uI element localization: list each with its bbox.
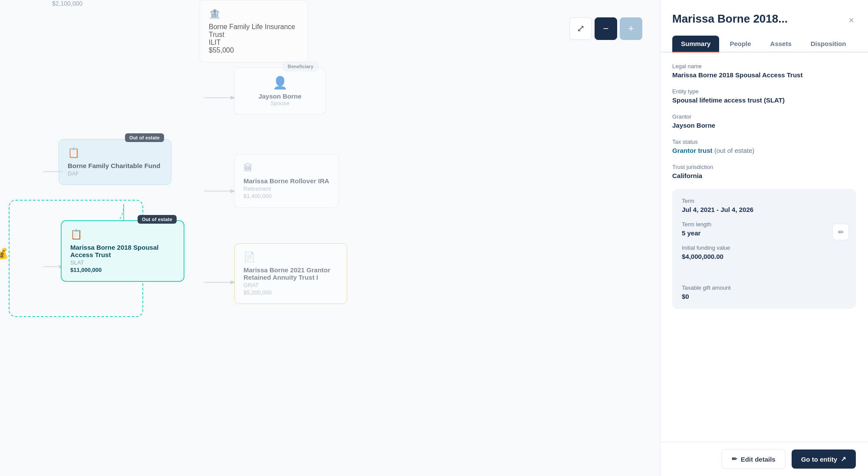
term-length-value: 5 year	[682, 229, 846, 237]
grat-title: Marissa Borne 2021 Grantor Retained Annu…	[243, 266, 338, 281]
charitable-badge: Out of estate	[125, 133, 164, 142]
tax-status-label: Tax status	[672, 139, 856, 145]
trust-subtitle: ILIT	[209, 39, 299, 46]
legal-name-value: Marissa Borne 2018 Spousal Access Trust	[672, 71, 856, 79]
taxable-gift-field: Taxable gift amount $0	[682, 284, 846, 300]
go-entity-label: Go to entity	[801, 456, 837, 463]
trust-icon: 🏦	[209, 8, 299, 20]
grantor-field: Grantor Jayson Borne	[672, 113, 856, 129]
rollover-ira-card[interactable]: 🏛 Marissa Borne Rollover IRA Retirement …	[234, 154, 339, 208]
entity-type-label: Entity type	[672, 88, 856, 95]
zoom-out-button[interactable]: −	[595, 17, 617, 40]
panel-tabs: Summary People Assets Disposition	[660, 28, 868, 53]
term-box: Term Jul 4, 2021 - Jul 4, 2026 Term leng…	[672, 189, 856, 309]
trust-title: Borne Family Life Insurance Trust	[209, 23, 299, 39]
charitable-icon: 📋	[68, 147, 162, 159]
slat-badge: Out of estate	[138, 215, 177, 224]
tax-status-field: Tax status Grantor trust (out of estate)	[672, 139, 856, 154]
tab-people[interactable]: People	[721, 36, 760, 52]
initial-funding-field: Initial funding value $4,000,000.00	[682, 245, 846, 260]
zoom-controls: ⤢ − +	[569, 17, 642, 40]
term-label: Term	[682, 198, 846, 204]
go-to-entity-button[interactable]: Go to entity ↗	[792, 450, 856, 469]
tax-status-suffix: (out of estate)	[713, 147, 755, 154]
tax-status-value: Grantor trust (out of estate)	[672, 147, 856, 154]
jurisdiction-value: California	[672, 172, 856, 179]
charitable-fund-card[interactable]: Out of estate 📋 Borne Family Charitable …	[59, 139, 171, 185]
term-length-field: Term length 5 year	[682, 221, 846, 237]
slat-subtitle: SLAT	[70, 259, 175, 266]
slat-title: Marissa Borne 2018 Spousal Access Trust	[70, 244, 175, 258]
grantor-value: Jayson Borne	[672, 122, 856, 129]
beneficiary-badge: Beneficiary	[283, 62, 318, 71]
ira-title: Marissa Borne Rollover IRA	[243, 177, 329, 185]
close-button[interactable]: ×	[847, 13, 856, 28]
legal-name-field: Legal name Marissa Borne 2018 Spousal Ac…	[672, 63, 856, 79]
grantor-label: Grantor	[672, 113, 856, 120]
edit-details-label: Edit details	[741, 456, 776, 463]
jayson-borne-card[interactable]: Beneficiary 👤 Jayson Borne Spouse	[234, 67, 326, 115]
person-icon: 👤	[245, 76, 315, 90]
fit-zoom-button[interactable]: ⤢	[569, 17, 592, 40]
jurisdiction-label: Trust jurisdiction	[672, 164, 856, 170]
tab-summary[interactable]: Summary	[672, 36, 719, 52]
canvas-area: $2,100,000 ⤢ − + 🏦 Borne Family Life Ins…	[0, 0, 660, 476]
fit-icon: ⤢	[577, 23, 585, 34]
term-field: Term Jul 4, 2021 - Jul 4, 2026	[682, 198, 846, 213]
marissa-slat-card[interactable]: Out of estate 📋 Marissa Borne 2018 Spous…	[61, 220, 184, 282]
entity-type-value: Spousal lifetime access trust (SLAT)	[672, 96, 856, 104]
grat-value: $5,200,000	[243, 289, 338, 296]
ira-value: $1,400,000	[243, 193, 329, 199]
grat-icon: 📄	[243, 251, 338, 263]
life-insurance-trust-card[interactable]: 🏦 Borne Family Life Insurance Trust ILIT…	[200, 0, 308, 63]
external-link-icon: ↗	[841, 455, 846, 463]
zoom-in-button[interactable]: +	[620, 17, 642, 40]
initial-funding-label: Initial funding value	[682, 245, 846, 251]
person-name: Jayson Borne	[245, 93, 315, 100]
panel-header: Marissa Borne 2018... ×	[660, 0, 868, 28]
ira-subtitle: Retirement	[243, 185, 329, 192]
edit-funding-button[interactable]: ✏	[832, 224, 849, 240]
term-length-label: Term length	[682, 221, 846, 228]
jurisdiction-field: Trust jurisdiction California	[672, 164, 856, 179]
panel-footer: ✏ Edit details Go to entity ↗	[660, 442, 868, 476]
slat-value: $11,000,000	[70, 267, 175, 273]
plus-icon: +	[628, 23, 634, 34]
edit-details-button[interactable]: ✏ Edit details	[722, 449, 786, 469]
edit-funding-icon: ✏	[838, 228, 844, 236]
taxable-gift-value: $0	[682, 293, 846, 300]
legal-name-label: Legal name	[672, 63, 856, 69]
initial-funding-value: $4,000,000.00	[682, 253, 846, 260]
minus-icon: −	[603, 23, 609, 34]
wallet-icon: 💰	[0, 248, 9, 260]
entity-type-field: Entity type Spousal lifetime access trus…	[672, 88, 856, 104]
amount-top: $2,100,000	[52, 0, 82, 7]
slat-icon: 📋	[70, 229, 175, 240]
taxable-gift-label: Taxable gift amount	[682, 284, 846, 291]
edit-details-icon: ✏	[732, 455, 737, 463]
grat-card[interactable]: 📄 Marissa Borne 2021 Grantor Retained An…	[234, 243, 347, 304]
charitable-title: Borne Family Charitable Fund	[68, 162, 162, 169]
grat-subtitle: GRAT	[243, 282, 338, 288]
trust-value: $55,000	[209, 46, 299, 54]
panel-title: Marissa Borne 2018...	[672, 12, 788, 26]
tab-disposition[interactable]: Disposition	[802, 36, 855, 52]
person-role: Spouse	[245, 100, 315, 106]
right-panel: Marissa Borne 2018... × Summary People A…	[660, 0, 868, 476]
tax-status-highlight: Grantor trust	[672, 147, 713, 154]
panel-content: Legal name Marissa Borne 2018 Spousal Ac…	[660, 53, 868, 442]
charitable-subtitle: DAF	[68, 170, 162, 177]
tab-assets[interactable]: Assets	[762, 36, 800, 52]
term-value: Jul 4, 2021 - Jul 4, 2026	[682, 206, 846, 213]
ira-icon: 🏛	[243, 162, 329, 174]
